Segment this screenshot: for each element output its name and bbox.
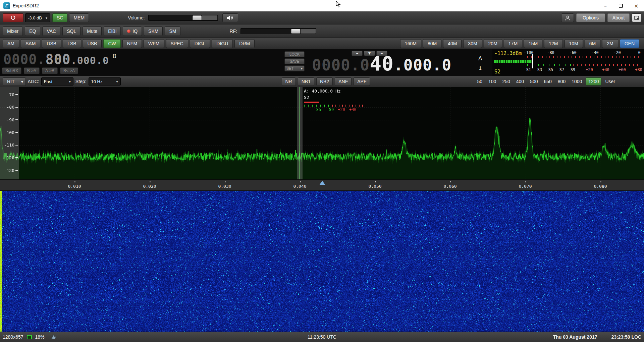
rf-gain-slider[interactable]: [240, 28, 316, 34]
filter-100[interactable]: 100: [486, 77, 498, 86]
filter-650[interactable]: 650: [541, 77, 554, 86]
power-button[interactable]: [3, 13, 23, 22]
mode-wfm[interactable]: WFM: [144, 39, 164, 48]
mute-speaker-button[interactable]: [222, 13, 238, 22]
panel-toggle-button[interactable]: [632, 13, 641, 22]
filter-500[interactable]: 500: [528, 77, 540, 86]
band-40m[interactable]: 40M: [443, 39, 462, 48]
band-gen[interactable]: GEN: [620, 39, 639, 48]
about-button[interactable]: About: [607, 13, 630, 22]
tuning-cursor-info: A: 40,000.0 Hz S2 S5 S9 +20 +40: [304, 89, 363, 112]
receiver-number: 1: [479, 65, 482, 71]
mode-usb[interactable]: USB: [83, 39, 102, 48]
rit-dropdown-button[interactable]: ▾: [19, 77, 26, 86]
set-button[interactable]: SET▾: [284, 65, 305, 71]
band-10m[interactable]: 10M: [565, 39, 583, 48]
mode-sam[interactable]: SAM: [21, 39, 40, 48]
nb2-button[interactable]: NB2: [316, 77, 333, 86]
vac-button[interactable]: VAC: [42, 26, 60, 36]
step-right-button[interactable]: ►: [376, 51, 387, 56]
sm-button[interactable]: SM: [165, 26, 180, 36]
iq-record-button[interactable]: IQ: [123, 26, 142, 36]
mode-digl[interactable]: DIGL: [190, 39, 210, 48]
mode-band-row: AM SAM DSB LSB USB CW NFM WFM SPEC DIGL …: [0, 38, 644, 49]
mode-am[interactable]: AM: [3, 39, 19, 48]
mode-digu[interactable]: DIGU: [212, 39, 233, 48]
filter-400[interactable]: 400: [514, 77, 526, 86]
apf-button[interactable]: APF: [354, 77, 370, 86]
mode-dsb[interactable]: DSB: [42, 39, 61, 48]
layout-icon: [634, 16, 639, 20]
restore-button[interactable]: [613, 0, 629, 11]
filter-1200[interactable]: 1200: [586, 77, 601, 86]
band-12m[interactable]: 12M: [544, 39, 562, 48]
smeter-plus-label: +60: [619, 67, 626, 72]
filter-user[interactable]: User: [603, 77, 618, 86]
mode-drm[interactable]: DRM: [234, 39, 255, 48]
vfo-memory-controls: LOCK SAVE SET▾: [284, 51, 305, 71]
a-b-swap-button[interactable]: B<->A: [60, 67, 78, 74]
step-select[interactable]: 10 Hz ▾: [89, 77, 121, 86]
panel-toolbar: Mixer EQ VAC SQL Mute EiBi IQ SKM SM RF:: [0, 24, 644, 38]
eibi-button[interactable]: EiBi: [104, 26, 121, 36]
close-button[interactable]: ×: [629, 0, 644, 11]
minimize-button[interactable]: –: [598, 0, 613, 11]
freq-axis[interactable]: 0.0100.0200.0300.0400.0500.0600.0700.080: [0, 179, 644, 191]
subrx-button[interactable]: SubRX: [2, 67, 21, 74]
profile-button[interactable]: [561, 13, 574, 22]
mode-nfm[interactable]: NFM: [122, 39, 142, 48]
filter-250[interactable]: 250: [500, 77, 512, 86]
band-15m[interactable]: 15M: [524, 39, 542, 48]
filter-1000[interactable]: 1000: [569, 77, 584, 86]
mem-button[interactable]: MEM: [69, 13, 89, 22]
mute-button[interactable]: Mute: [83, 26, 102, 36]
eq-button[interactable]: EQ: [25, 26, 40, 36]
agc-select[interactable]: Fast ▾: [41, 77, 73, 86]
utc-clock: 11:23:50 UTC: [308, 334, 336, 340]
waterfall-display[interactable]: [0, 191, 644, 332]
band-160m[interactable]: 160M: [400, 39, 421, 48]
nb1-button[interactable]: NB1: [298, 77, 314, 86]
vfo-b-display[interactable]: 0000.800.000.0: [3, 53, 109, 66]
s-meter-s-value: S2: [494, 69, 500, 75]
options-button[interactable]: Options: [576, 13, 605, 22]
band-17m[interactable]: 17M: [504, 39, 522, 48]
waterfall-canvas[interactable]: [0, 191, 644, 332]
vfo-a-display[interactable]: 0000.040.000.0: [312, 54, 451, 73]
sql-button[interactable]: SQL: [62, 26, 80, 36]
db-tick-label: -110: [4, 142, 18, 148]
save-button[interactable]: SAVE: [284, 58, 305, 64]
band-2m[interactable]: 2M: [602, 39, 618, 48]
band-80m[interactable]: 80M: [423, 39, 441, 48]
band-30m[interactable]: 30M: [463, 39, 482, 48]
volume-slider[interactable]: [148, 15, 218, 21]
record-dot-icon: [127, 30, 130, 33]
band-6m[interactable]: 6M: [585, 39, 600, 48]
mode-cw[interactable]: CW: [103, 39, 120, 48]
monitor-gain-combo[interactable]: -3.0 dB ▾: [25, 13, 50, 22]
display-icon: [27, 335, 32, 339]
spectrum-display[interactable]: -70-80-90-100-110-120-130 A: 40,000.0 Hz…: [0, 87, 644, 179]
lock-button[interactable]: LOCK: [284, 51, 305, 57]
a-to-b-button[interactable]: A->B: [42, 67, 58, 74]
nr-button[interactable]: NR: [282, 77, 296, 86]
skm-button[interactable]: SKM: [144, 26, 163, 36]
tune-marker[interactable]: [319, 181, 325, 185]
step-label: Step:: [75, 79, 87, 84]
filter-800[interactable]: 800: [555, 77, 568, 86]
mode-lsb[interactable]: LSB: [63, 39, 81, 48]
step-left-button[interactable]: ◄: [352, 51, 363, 56]
filter-50[interactable]: 50: [475, 77, 485, 86]
step-down-button[interactable]: ▼: [364, 51, 375, 56]
rit-button[interactable]: RIT: [3, 77, 19, 86]
db-tick-label: -90: [7, 117, 18, 122]
volume-slider-track: [202, 15, 217, 20]
mixer-button[interactable]: Mixer: [3, 26, 23, 36]
anf-button[interactable]: ANF: [335, 77, 352, 86]
band-20m[interactable]: 20M: [484, 39, 502, 48]
sc-button[interactable]: SC: [52, 13, 67, 22]
b-to-a-button[interactable]: B->A: [24, 67, 40, 74]
rf-slider-handle[interactable]: [291, 29, 300, 34]
mode-spec[interactable]: SPEC: [166, 39, 188, 48]
volume-slider-handle[interactable]: [193, 15, 202, 20]
